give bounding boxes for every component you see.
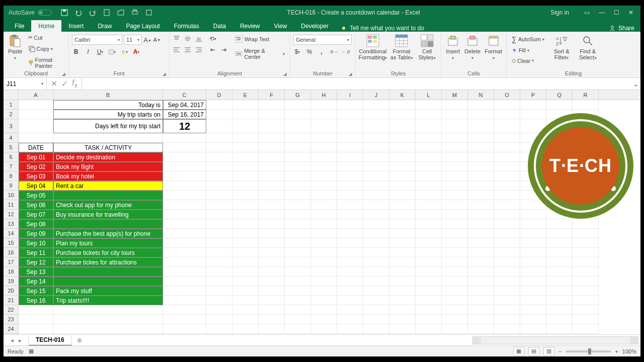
cell[interactable] (285, 305, 311, 315)
cell[interactable] (468, 286, 494, 296)
cell[interactable] (19, 324, 53, 334)
select-all-corner[interactable] (4, 90, 19, 100)
align-middle-icon[interactable] (184, 35, 192, 43)
redo-icon[interactable] (89, 9, 96, 16)
cell[interactable] (389, 200, 416, 210)
cell[interactable] (573, 267, 599, 277)
row-header[interactable]: 9 (4, 181, 18, 191)
paste-button[interactable]: Paste▾ (7, 33, 24, 62)
cell[interactable] (494, 229, 520, 238)
cell[interactable] (206, 110, 232, 119)
cell[interactable] (416, 171, 442, 181)
decrease-decimal-icon[interactable]: ←.0 (342, 48, 350, 56)
cell[interactable] (285, 143, 311, 152)
cell[interactable] (19, 315, 53, 324)
cell[interactable] (285, 219, 311, 229)
sheet-nav[interactable]: ◂▸ (4, 337, 29, 344)
cell[interactable] (259, 229, 285, 238)
find-select-button[interactable]: Find & Select▾ (577, 33, 599, 62)
align-left-icon[interactable] (173, 46, 181, 54)
cell[interactable] (163, 305, 206, 315)
cell[interactable] (285, 152, 311, 162)
cell[interactable] (494, 286, 520, 296)
tab-data[interactable]: Data (206, 20, 233, 32)
autosum-button[interactable]: ∑AutoSum ▾ (510, 34, 546, 44)
column-header[interactable]: F (259, 90, 285, 100)
cell[interactable] (494, 277, 520, 286)
cell[interactable] (442, 296, 468, 305)
cell[interactable] (363, 305, 389, 315)
cell[interactable] (311, 305, 337, 315)
cell[interactable] (259, 110, 285, 119)
cell[interactable] (206, 229, 232, 238)
cell[interactable] (468, 119, 494, 133)
cell[interactable] (416, 191, 442, 200)
cell[interactable] (546, 238, 573, 248)
cell[interactable] (206, 171, 232, 181)
cell[interactable] (442, 133, 468, 143)
cell[interactable] (285, 100, 311, 110)
insert-cells-button[interactable]: Insert▾ (444, 33, 461, 62)
cell[interactable] (206, 181, 232, 191)
row-header[interactable]: 19 (4, 277, 18, 286)
save-icon[interactable] (61, 9, 68, 16)
cell[interactable] (53, 267, 163, 277)
cell[interactable] (442, 110, 468, 119)
cell[interactable] (389, 100, 416, 110)
cut-button[interactable]: ✂Cut (26, 33, 65, 42)
row-header[interactable]: 7 (4, 162, 18, 171)
cell[interactable] (311, 181, 337, 191)
cell[interactable] (573, 219, 599, 229)
cell[interactable] (232, 296, 259, 305)
cell[interactable] (337, 191, 363, 200)
comma-icon[interactable]: , (317, 48, 326, 56)
merge-center-button[interactable]: Merge & Center ▾ (233, 47, 287, 61)
underline-icon[interactable]: U ▾ (96, 48, 104, 56)
cell[interactable] (311, 315, 337, 324)
cell[interactable] (311, 162, 337, 171)
increase-decimal-icon[interactable]: .0→ (330, 48, 338, 56)
cell[interactable] (494, 143, 520, 152)
cell[interactable] (259, 257, 285, 267)
cell[interactable] (311, 257, 337, 267)
cell[interactable] (259, 219, 285, 229)
maximize-icon[interactable]: ☐ (614, 9, 619, 16)
cell[interactable] (520, 238, 546, 248)
cell[interactable] (442, 191, 468, 200)
cell[interactable] (573, 248, 599, 257)
cell[interactable] (285, 248, 311, 257)
align-center-icon[interactable] (184, 46, 192, 54)
row-header[interactable]: 21 (4, 296, 18, 305)
cell[interactable] (363, 162, 389, 171)
close-icon[interactable]: ✕ (628, 9, 633, 16)
cell[interactable] (494, 267, 520, 277)
cell[interactable] (363, 324, 389, 334)
cell[interactable] (285, 162, 311, 171)
cell[interactable] (494, 200, 520, 210)
cell[interactable] (206, 238, 232, 248)
cell[interactable]: Sep 08 (19, 219, 53, 229)
minimize-icon[interactable]: — (599, 9, 605, 16)
cell[interactable] (416, 181, 442, 191)
cell[interactable] (389, 296, 416, 305)
cell[interactable] (311, 219, 337, 229)
cell[interactable] (206, 286, 232, 296)
cell[interactable] (232, 210, 259, 219)
undo-icon[interactable] (75, 9, 82, 16)
align-top-icon[interactable] (173, 35, 181, 43)
column-header[interactable]: L (416, 90, 442, 100)
cell[interactable] (285, 181, 311, 191)
cell[interactable] (573, 100, 599, 110)
cell[interactable] (468, 171, 494, 181)
clear-button[interactable]: ◇Clear ▾ (510, 56, 546, 65)
ribbon-options-icon[interactable]: ▭ (584, 9, 590, 16)
row-header[interactable]: 20 (4, 286, 18, 296)
cell[interactable] (285, 110, 311, 119)
decrease-indent-icon[interactable]: ⇤ (209, 46, 217, 54)
align-right-icon[interactable] (195, 46, 203, 54)
cell[interactable] (363, 219, 389, 229)
tab-file[interactable]: File (8, 20, 31, 32)
row-header[interactable]: 22 (4, 305, 18, 315)
cell[interactable] (337, 324, 363, 334)
cell[interactable] (337, 219, 363, 229)
